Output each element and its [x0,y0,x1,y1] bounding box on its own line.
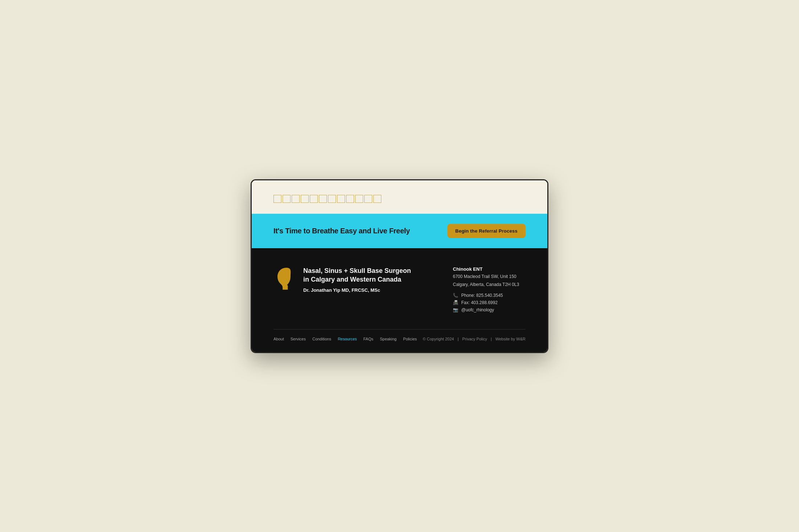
grid-square [319,195,327,203]
brand-title: Nasal, Sinus + Skull Base Surgeon in Cal… [303,266,411,284]
cta-section: It's Time to Breathe Easy and Live Freel… [252,214,547,248]
grid-square [373,195,381,203]
grid-square [346,195,354,203]
footer-divider [273,329,526,330]
footer-bottom: About Services Conditions Resources FAQs… [273,337,526,341]
grid-square [355,195,363,203]
footer-contact: Chinook ENT 6700 Macleod Trail SW, Unit … [453,266,526,315]
footer-main-content: Nasal, Sinus + Skull Base Surgeon in Cal… [273,266,526,315]
phone-label: Phone: 825.540.3545 [461,293,503,298]
doctor-name: Dr. Jonathan Yip MD, FRCSC, MSc [303,287,411,293]
referral-button[interactable]: Begin the Referral Process [447,224,526,238]
fax-row: 📠 Fax: 403.288.6992 [453,300,526,305]
nav-conditions[interactable]: Conditions [312,337,331,341]
cta-headline: It's Time to Breathe Easy and Live Freel… [273,227,410,235]
privacy-policy-link[interactable]: Privacy Policy [462,337,487,341]
address-line2: Calgary, Alberta, Canada T2H 0L3 [453,281,526,288]
address-line1: 6700 Macleod Trail SW, Unit 150 [453,273,526,280]
footer-nav: About Services Conditions Resources FAQs… [273,337,417,341]
footer-section: Nasal, Sinus + Skull Base Surgeon in Cal… [252,248,547,352]
fax-label: Fax: 403.288.6992 [461,300,498,305]
nav-resources[interactable]: Resources [338,337,357,341]
grid-square [273,195,281,203]
instagram-icon: 📷 [453,307,458,312]
footer-legal: © Copyright 2024 | Privacy Policy | Webs… [423,337,526,341]
grid-square [301,195,309,203]
cream-section [252,180,547,214]
nav-faqs[interactable]: FAQs [364,337,374,341]
logo-icon [273,266,295,291]
fax-icon: 📠 [453,300,458,305]
nav-services[interactable]: Services [291,337,306,341]
instagram-handle: @uofc_rhinology [461,307,494,312]
website-credit: Website by W&R [495,337,526,341]
footer-brand-area: Nasal, Sinus + Skull Base Surgeon in Cal… [273,266,431,293]
grid-square [310,195,318,203]
phone-row: 📞 Phone: 825.540.3545 [453,293,526,298]
grid-square [292,195,300,203]
grid-square [328,195,336,203]
screen-wrapper: It's Time to Breathe Easy and Live Freel… [251,179,548,353]
nav-policies[interactable]: Policies [403,337,417,341]
separator1: | [458,337,459,341]
grid-square [283,195,291,203]
nav-about[interactable]: About [273,337,284,341]
grid-square [364,195,372,203]
grid-squares-decoration [273,195,381,203]
footer-brand-text: Nasal, Sinus + Skull Base Surgeon in Cal… [303,266,411,293]
nav-speaking[interactable]: Speaking [380,337,397,341]
phone-icon: 📞 [453,293,458,298]
copyright-text: © Copyright 2024 [423,337,454,341]
grid-square [337,195,345,203]
clinic-name: Chinook ENT [453,266,526,272]
instagram-row: 📷 @uofc_rhinology [453,307,526,312]
separator2: | [491,337,492,341]
